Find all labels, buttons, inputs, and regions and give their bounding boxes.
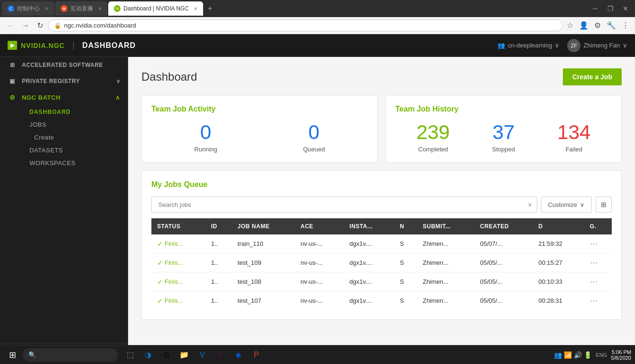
id-cell-2: 1.. (205, 253, 232, 272)
org-selector[interactable]: 👥 cn-deeplearning ∨ (497, 42, 560, 49)
col-submit[interactable]: SUBMIT... (417, 218, 475, 234)
tab3-label: Dashboard | NVIDIA NGC (123, 5, 189, 12)
col-id[interactable]: ID (205, 218, 232, 234)
jobs-search-row: ∨ Customize ∨ ⊞ (151, 196, 612, 213)
tab2-close[interactable]: ✕ (98, 6, 102, 11)
maximize-button[interactable]: ❐ (603, 2, 618, 15)
tab-3[interactable]: N Dashboard | NVIDIA NGC ✕ (108, 1, 203, 16)
taskbar-people-icon[interactable]: 👥 (554, 351, 562, 359)
extension2-button[interactable]: 🔧 (605, 20, 618, 31)
completed-stat: 239 Completed (417, 121, 450, 153)
n-cell-4: S (394, 291, 417, 310)
taskbar-battery-icon[interactable]: 🔋 (584, 351, 592, 359)
app: ▶ NVIDIA.NGC | DASHBOARD 👥 cn-deeplearni… (0, 34, 635, 364)
edge-icon: ◑ (145, 350, 151, 359)
tab-1[interactable]: C 控制中心 ✕ (2, 1, 54, 16)
status-cell-1: ✓ Finis... (157, 240, 200, 248)
sidebar-item-workspaces[interactable]: WORKSPACES (22, 157, 128, 169)
window-controls: ─ ❐ ✕ (588, 2, 633, 15)
taskbar-app-slack[interactable]: # (212, 346, 229, 364)
n-cell-1: S (394, 234, 417, 253)
created-cell-3: 05/05/... (475, 272, 533, 291)
col-g[interactable]: G. (584, 218, 612, 234)
sidebar-item-create[interactable]: Create (22, 131, 128, 144)
stopped-value: 37 (492, 121, 515, 144)
sidebar-item-datasets[interactable]: DATASETS (22, 144, 128, 157)
col-n[interactable]: N (394, 218, 417, 234)
jobname-cell-4: test_107 (232, 291, 295, 310)
address-text: ngc.nvidia.com/dashboard (64, 22, 136, 29)
menu-button[interactable]: ⋮ (620, 20, 631, 31)
taskbar-app-dropbox[interactable]: ◈ (230, 346, 247, 364)
tab1-close[interactable]: ✕ (45, 6, 48, 11)
back-button[interactable]: ← (4, 20, 17, 31)
taskbar-app-edge[interactable]: ◑ (140, 346, 157, 364)
search-input[interactable] (157, 197, 528, 212)
queued-label: Queued (303, 146, 325, 153)
taskbar-app-chrome[interactable]: ⊙ (158, 346, 175, 364)
id-cell-4: 1.. (205, 291, 232, 310)
grid-icon: ⊞ (601, 201, 607, 208)
header-divider: | (72, 40, 75, 50)
taskbar-app-vscode[interactable]: V (194, 346, 211, 364)
minimize-button[interactable]: ─ (588, 2, 603, 15)
taskbar-app-explorer[interactable]: 📁 (176, 346, 193, 364)
actions-button-4[interactable]: ⋯ (590, 296, 598, 305)
tab-2[interactable]: ● 互动直播 ✕ (55, 1, 107, 16)
taskbar-volume-icon[interactable]: 🔊 (574, 351, 582, 359)
profile-button[interactable]: 👤 (577, 20, 590, 31)
team-history-stats: 239 Completed 37 Stopped 134 Failed (395, 121, 612, 153)
start-button[interactable]: ⊞ (4, 346, 21, 364)
user-selector[interactable]: ZF Zhimeng Fan ∨ (567, 39, 627, 52)
finished-icon-3: ✓ (157, 278, 163, 286)
col-status[interactable]: STATUS (151, 218, 205, 234)
extension1-button[interactable]: ⚙ (592, 20, 603, 31)
taskbar-network-icon[interactable]: 📶 (564, 351, 572, 359)
col-created[interactable]: CREATED (475, 218, 533, 234)
org-icon: 👥 (497, 42, 505, 49)
actions-button-1[interactable]: ⋯ (590, 239, 598, 248)
create-job-button[interactable]: Create a Job (563, 68, 622, 85)
stopped-stat: 37 Stopped (492, 121, 515, 153)
finished-icon-2: ✓ (157, 259, 163, 267)
id-cell-3: 1.. (205, 272, 232, 291)
nvidia-text: NVIDIA.NGC (21, 42, 65, 49)
col-job-name[interactable]: JOB NAME (232, 218, 295, 234)
col-ace[interactable]: ACE (295, 218, 344, 234)
search-chevron-icon: ∨ (528, 201, 532, 208)
user-label: Zhimeng Fan (583, 42, 620, 49)
taskbar-app-task-view[interactable]: ⬚ (121, 346, 139, 364)
bookmark-button[interactable]: ☆ (565, 20, 575, 31)
private-registry-icon: ▣ (8, 78, 17, 84)
tab3-close[interactable]: ✕ (194, 6, 197, 11)
close-button[interactable]: ✕ (618, 2, 633, 15)
ngc-batch-label: NGC BATCH (22, 94, 61, 101)
queued-stat: 0 Queued (303, 121, 325, 153)
col-d[interactable]: D (532, 218, 584, 234)
col-instance[interactable]: INSTA... (344, 218, 394, 234)
new-tab-button[interactable]: + (204, 4, 216, 13)
sidebar-item-private-registry[interactable]: ▣ PRIVATE REGISTRY ∨ (0, 73, 128, 89)
sidebar-item-accelerated-software[interactable]: ⊞ ACCELERATED SOFTWARE (0, 57, 128, 73)
grid-view-button[interactable]: ⊞ (596, 196, 612, 213)
team-activity-stats: 0 Running 0 Queued (151, 121, 368, 153)
jobs-table: STATUS ID JOB NAME ACE INSTA... N SUBMIT… (151, 218, 612, 310)
sidebar-item-ngc-batch[interactable]: ⚙ NGC BATCH ∧ (0, 89, 128, 106)
jobname-cell-2: test_109 (232, 253, 295, 272)
forward-button[interactable]: → (19, 20, 32, 31)
sidebar-item-jobs[interactable]: JOBS (22, 118, 128, 131)
customize-button[interactable]: Customize ∨ (541, 196, 592, 213)
ngc-batch-submenu: DASHBOARD JOBS Create DATASETS WORKSPACE… (0, 106, 128, 169)
reload-button[interactable]: ↻ (34, 20, 46, 31)
search-icon: 🔍 (28, 351, 36, 358)
actions-button-3[interactable]: ⋯ (590, 277, 598, 286)
actions-button-2[interactable]: ⋯ (590, 258, 598, 267)
sidebar-item-dashboard[interactable]: DASHBOARD (22, 106, 128, 118)
taskbar-search[interactable]: 🔍 (23, 348, 118, 362)
private-registry-label: PRIVATE REGISTRY (22, 78, 80, 84)
running-stat: 0 Running (194, 121, 217, 153)
header-title: DASHBOARD (82, 41, 136, 50)
table-row: ✓ Finis... 1.. train_110 nv-us-... dgx1v… (151, 234, 612, 253)
address-bar[interactable]: 🔒 ngc.nvidia.com/dashboard (48, 19, 563, 31)
taskbar-app-powerpoint[interactable]: P (248, 346, 265, 364)
